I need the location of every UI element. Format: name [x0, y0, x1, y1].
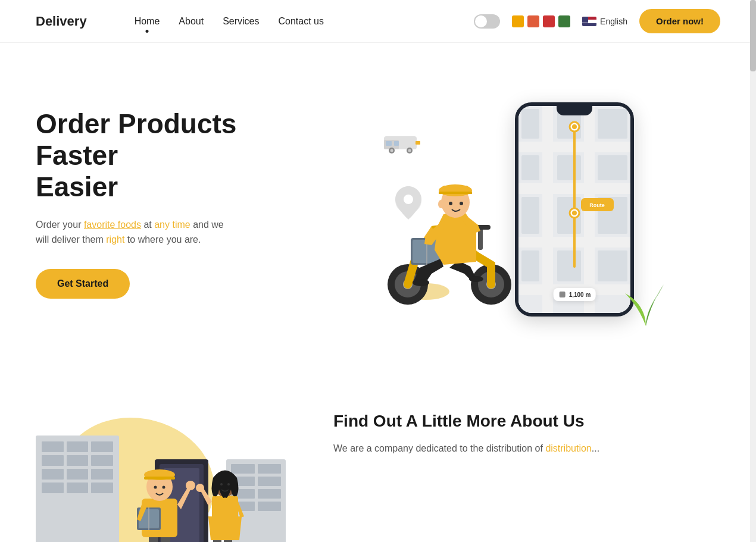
swatch-red[interactable]: [543, 15, 555, 27]
nav-link-about[interactable]: About: [179, 16, 204, 27]
nav-right: English Order now!: [474, 9, 720, 33]
svg-point-54: [572, 211, 577, 215]
svg-point-71: [154, 486, 157, 489]
nav-link-home[interactable]: Home: [135, 16, 160, 27]
nav-link-contact[interactable]: Contact us: [278, 16, 323, 27]
nav-logo[interactable]: Delivery: [36, 14, 87, 29]
hero-title: Order Products Faster Easier: [36, 108, 274, 203]
svg-point-30: [460, 202, 463, 205]
theme-toggle[interactable]: [474, 14, 500, 29]
svg-rect-57: [560, 292, 566, 297]
plant-decoration: [616, 267, 664, 328]
svg-point-66: [186, 481, 195, 490]
lang-label: English: [600, 17, 627, 26]
svg-rect-75: [212, 496, 238, 521]
svg-text:Route: Route: [589, 202, 605, 208]
delivery-person-about: [124, 433, 195, 542]
svg-point-79: [227, 483, 230, 485]
hero-title-line2: Easier: [36, 171, 118, 202]
scrollbar[interactable]: [750, 0, 756, 542]
color-swatches: [512, 15, 570, 27]
svg-point-78: [220, 483, 223, 485]
svg-rect-41: [598, 109, 627, 139]
nav-links: Home About Services Contact us: [135, 16, 474, 27]
svg-rect-43: [557, 155, 581, 180]
distance-badge: 1,100 m: [554, 288, 596, 301]
about-illustration: [36, 400, 298, 542]
svg-point-72: [163, 486, 165, 489]
about-title: Find Out A Little More About Us: [333, 412, 720, 431]
svg-point-25: [469, 276, 483, 282]
phone-notch: [557, 106, 592, 115]
swatch-orange[interactable]: [527, 15, 539, 27]
hero-illustration: Route 1,100 m: [348, 90, 646, 328]
distance-value: 1,100 m: [569, 292, 591, 298]
flag-icon: [582, 17, 596, 26]
hero-subtitle: Order your favorite foods at any time an…: [36, 217, 238, 247]
svg-point-31: [438, 200, 444, 208]
order-now-button[interactable]: Order now!: [639, 9, 720, 33]
about-right: Find Out A Little More About Us We are a…: [298, 400, 720, 456]
svg-rect-70: [144, 477, 175, 480]
navbar: Delivery Home About Services Contact us …: [0, 0, 756, 43]
scrollbar-thumb[interactable]: [750, 0, 756, 71]
swatch-green[interactable]: [558, 15, 570, 27]
hero-left: Order Products Faster Easier Order your …: [36, 108, 274, 299]
svg-point-24: [413, 279, 429, 286]
get-started-button[interactable]: Get Started: [36, 269, 130, 299]
swatch-yellow[interactable]: [512, 15, 524, 27]
hero-right: Route 1,100 m: [274, 79, 720, 328]
svg-rect-44: [598, 155, 627, 180]
scooter-rider: [372, 119, 557, 312]
hero-section: Order Products Faster Easier Order your …: [0, 43, 756, 376]
language-selector[interactable]: English: [582, 17, 627, 26]
svg-rect-49: [557, 250, 581, 281]
hero-title-line1: Order Products Faster: [36, 108, 236, 171]
woman-at-door: [195, 445, 255, 542]
nav-link-services[interactable]: Services: [223, 16, 259, 27]
svg-point-52: [572, 124, 577, 129]
svg-point-29: [449, 202, 452, 205]
svg-point-76: [196, 484, 204, 492]
building-left: [36, 436, 119, 542]
about-section: Find Out A Little More About Us We are a…: [0, 376, 756, 542]
about-text: We are a company dedicated to the distri…: [333, 440, 720, 456]
